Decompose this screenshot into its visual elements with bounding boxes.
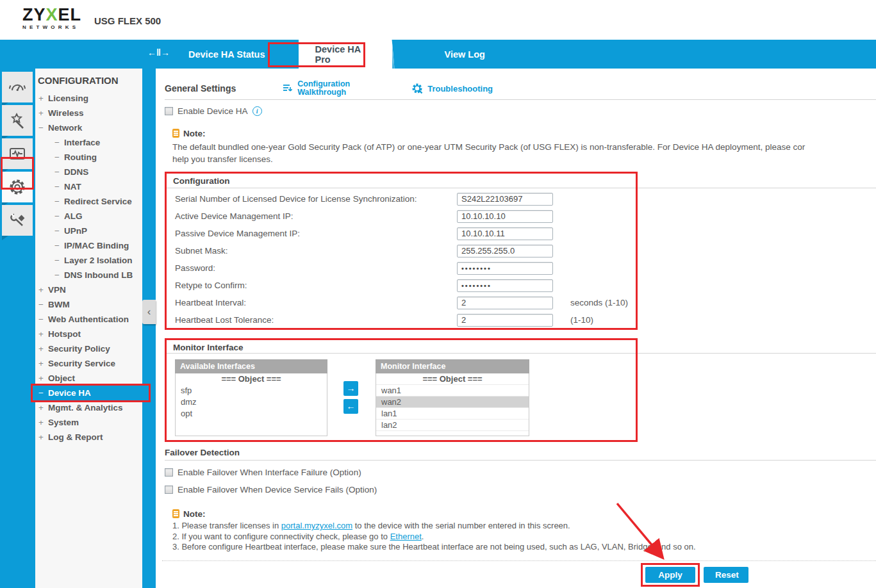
sidebar-strip: ‹	[142, 69, 156, 588]
tab-device-ha-status[interactable]: Device HA Status	[172, 40, 282, 69]
annotation-apply-box: Apply	[641, 563, 700, 587]
monitor-interface-item[interactable]: lan2	[376, 420, 529, 431]
sidebar-item-licensing[interactable]: +Licensing	[35, 91, 142, 106]
maintenance-tools-icon[interactable]	[2, 205, 33, 236]
sidebar-item-label: Mgmt. & Analytics	[48, 403, 123, 412]
field-label: Subnet Mask:	[167, 246, 457, 256]
sidebar-item-redirect-service[interactable]: −Redirect Service	[35, 194, 142, 209]
sidebar-collapse-button[interactable]: ‹	[142, 300, 156, 324]
field-input[interactable]	[457, 297, 553, 309]
sidebar-item-upnp[interactable]: −UPnP	[35, 224, 142, 238]
field-input[interactable]	[457, 262, 553, 275]
configuration-gear-icon[interactable]	[2, 172, 33, 202]
note-icon	[172, 509, 179, 518]
sidebar-item-ip-mac-binding[interactable]: −IP/MAC Binding	[35, 238, 142, 253]
field-label: Active Device Management IP:	[167, 211, 457, 221]
sidebar-item-security-service[interactable]: +Security Service	[35, 356, 142, 371]
form-row: Subnet Mask:	[167, 242, 636, 259]
field-label: Heartbeat Interval:	[167, 298, 457, 307]
available-interface-item[interactable]: sfp	[176, 385, 327, 396]
note-line: 1. Please transfer licenses in portal.my…	[172, 521, 876, 532]
dashboard-icon[interactable]	[2, 72, 33, 102]
sidebar-item-hotspot[interactable]: +Hotspot	[35, 327, 142, 341]
sidebar-item-dns-inbound-lb[interactable]: −DNS Inbound LB	[35, 268, 142, 282]
sidebar-menu-list: +Licensing+Wireless−Network−Interface−Ro…	[35, 91, 142, 445]
configuration-section-title: Configuration	[173, 176, 229, 186]
sidebar-item-nat[interactable]: −NAT	[35, 179, 142, 194]
reset-button[interactable]: Reset	[704, 567, 748, 583]
field-input[interactable]	[457, 314, 553, 327]
sidebar-item-label: BWM	[48, 300, 70, 309]
wizard-icon[interactable]	[2, 105, 33, 136]
note-line: 2. If you want to configure connectivity…	[172, 532, 876, 543]
sidebar-menu: CONFIGURATION +Licensing+Wireless−Networ…	[35, 69, 142, 588]
move-left-button[interactable]: ←	[343, 399, 358, 414]
sidebar-item-label: DDNS	[64, 167, 88, 177]
field-input[interactable]	[457, 279, 553, 292]
divider	[165, 460, 876, 461]
tab-device-ha-pro[interactable]: Device HA Pro	[299, 40, 395, 69]
monitor-interface-listbox: Monitor Interface === Object === wan1wan…	[376, 359, 529, 436]
sidebar-item-mgmt-analytics[interactable]: +Mgmt. & Analytics	[35, 400, 142, 415]
field-input[interactable]	[457, 193, 553, 206]
move-right-button[interactable]: →	[343, 381, 358, 396]
sidebar-item-device-ha[interactable]: −Device HA	[35, 386, 142, 400]
sidebar-item-vpn[interactable]: +VPN	[35, 282, 142, 297]
troubleshooting-link[interactable]: Troubleshooting	[411, 83, 493, 95]
field-input[interactable]	[457, 245, 553, 257]
field-label: Password:	[167, 263, 457, 273]
monitor-interface-item[interactable]: wan2	[376, 396, 529, 408]
sidebar-item-label: VPN	[48, 285, 66, 295]
note-link[interactable]: Ethernet	[390, 532, 422, 541]
sidebar-resize-handle[interactable]: ←‖→	[147, 47, 170, 58]
field-label: Serial Number of Licensed Device for Lic…	[167, 194, 457, 204]
sidebar-item-interface[interactable]: −Interface	[35, 135, 142, 150]
apply-button[interactable]: Apply	[645, 567, 695, 583]
tab-view-log[interactable]: View Log	[428, 40, 502, 69]
sidebar-item-label: Wireless	[48, 108, 83, 118]
sidebar-item-routing[interactable]: −Routing	[35, 150, 142, 165]
form-row: Active Device Management IP:	[167, 208, 636, 225]
device-model: USG FLEX 500	[94, 15, 161, 26]
configuration-section: Configuration Serial Number of Licensed …	[165, 172, 638, 330]
monitor-interface-item[interactable]: lan1	[376, 408, 529, 420]
zyxel-logo: ZYXEL NETWORKS	[22, 6, 81, 30]
sidebar-item-label: Layer 2 Isolation	[64, 256, 133, 265]
troubleshooting-icon	[411, 83, 424, 95]
page-title: General Settings	[165, 83, 236, 94]
tab-bar: ←‖→ Device HA Status Device HA Pro View …	[0, 40, 876, 69]
field-input[interactable]	[457, 210, 553, 223]
available-interface-item[interactable]: dmz	[176, 396, 327, 408]
sidebar-item-alg[interactable]: −ALG	[35, 209, 142, 224]
monitor-interface-section-title: Monitor Interface	[173, 343, 244, 352]
sidebar-item-system[interactable]: +System	[35, 415, 142, 430]
failover-interface-checkbox[interactable]	[165, 468, 173, 477]
monitor-icon[interactable]	[2, 138, 33, 169]
logo-x: X	[46, 5, 58, 24]
note-link[interactable]: portal.myzyxel.com	[281, 521, 352, 530]
main-content: General Settings ConfigurationWalkthroug…	[156, 69, 876, 588]
available-interface-item[interactable]: opt	[176, 408, 327, 420]
sidebar-item-wireless[interactable]: +Wireless	[35, 106, 142, 120]
enable-device-ha-checkbox[interactable]	[165, 107, 173, 115]
field-label: Passive Device Management IP:	[167, 229, 457, 238]
sidebar-item-network[interactable]: −Network	[35, 120, 142, 135]
logo-zy: ZY	[22, 5, 46, 24]
configuration-walkthrough-link[interactable]: ConfigurationWalkthrough	[282, 80, 350, 97]
icon-rail	[0, 69, 35, 588]
failover-service-checkbox[interactable]	[165, 486, 173, 494]
sidebar-item-bwm[interactable]: −BWM	[35, 297, 142, 312]
sidebar-item-ddns[interactable]: −DDNS	[35, 165, 142, 179]
sidebar-item-object[interactable]: +Object	[35, 371, 142, 386]
object-group-label: === Object ===	[376, 373, 529, 385]
app-window: ZYXEL NETWORKS USG FLEX 500 ←‖→ Device H…	[0, 0, 876, 588]
app-header: ZYXEL NETWORKS USG FLEX 500	[0, 0, 876, 40]
info-icon[interactable]: i	[252, 106, 262, 116]
sidebar-item-security-policy[interactable]: +Security Policy	[35, 341, 142, 356]
sidebar-item-web-authentication[interactable]: −Web Authentication	[35, 312, 142, 327]
sidebar-item-log-report[interactable]: +Log & Report	[35, 430, 142, 445]
logo-networks: NETWORKS	[22, 24, 81, 30]
field-input[interactable]	[457, 227, 553, 240]
sidebar-item-layer-2-isolation[interactable]: −Layer 2 Isolation	[35, 253, 142, 268]
monitor-interface-item[interactable]: wan1	[376, 385, 529, 396]
